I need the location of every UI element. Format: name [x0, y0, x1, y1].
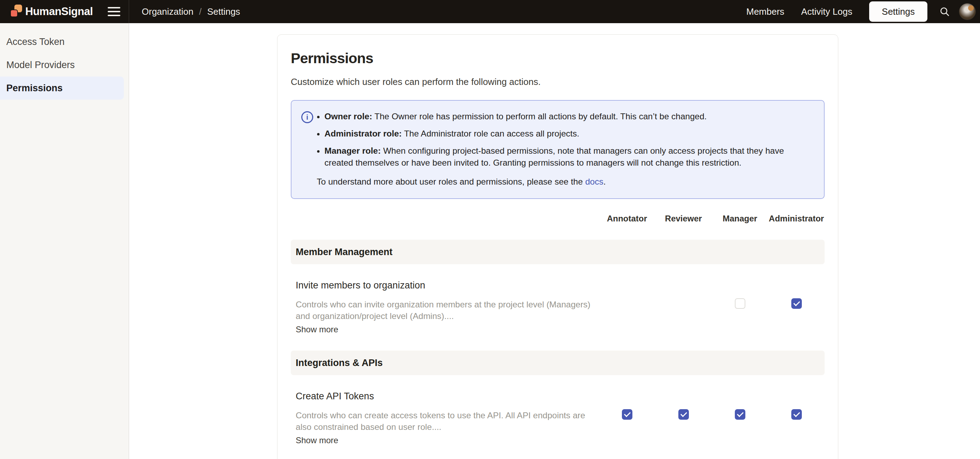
permission-description: Controls who can invite organization mem… — [296, 299, 599, 322]
nav-members[interactable]: Members — [746, 6, 784, 17]
permission-name: Invite members to organization — [296, 280, 599, 291]
breadcrumb-settings[interactable]: Settings — [207, 6, 240, 17]
callout-bullet-owner: Owner role: The Owner role has permissio… — [325, 110, 813, 123]
permission-description: Controls who can create access tokens to… — [296, 410, 599, 433]
breadcrumb: Organization / Settings — [142, 6, 240, 17]
settings-sidebar: Access Token Model Providers Permissions — [0, 23, 129, 459]
breadcrumb-separator: / — [199, 6, 201, 17]
info-icon: i — [301, 111, 313, 123]
role-column-headers: Annotator Reviewer Manager Administrator — [291, 214, 825, 223]
brand-name: HumanSignal — [25, 5, 93, 18]
callout-bullet-manager: Manager role: When configuring project-b… — [325, 145, 813, 169]
column-header-reviewer: Reviewer — [655, 214, 712, 223]
page-content: Access Token Model Providers Permissions… — [0, 23, 980, 459]
user-avatar[interactable] — [959, 3, 976, 20]
brand-area: HumanSignal — [0, 0, 129, 23]
checkbox-apitoken-administrator[interactable] — [791, 409, 802, 420]
sidebar-item-permissions[interactable]: Permissions — [0, 76, 124, 100]
top-nav: Members Activity Logs Settings — [746, 2, 980, 22]
humansignal-logo-icon — [9, 3, 23, 20]
permissions-card: Permissions Customize which user roles c… — [277, 34, 838, 459]
checkbox-invite-manager[interactable] — [735, 298, 745, 309]
show-more-link[interactable]: Show more — [296, 435, 338, 445]
page-subtitle: Customize which user roles can perform t… — [291, 76, 825, 88]
show-more-link[interactable]: Show more — [296, 325, 338, 335]
callout-footer: To understand more about user roles and … — [317, 176, 813, 188]
search-icon[interactable] — [937, 3, 953, 20]
main-area: Permissions Customize which user roles c… — [129, 23, 980, 459]
page-title: Permissions — [291, 50, 825, 67]
permission-name: Create API Tokens — [296, 391, 599, 402]
checkbox-apitoken-reviewer[interactable] — [678, 409, 689, 420]
column-header-administrator: Administrator — [768, 214, 825, 223]
sidebar-item-model-providers[interactable]: Model Providers — [0, 53, 129, 76]
permission-row-invite-members: Invite members to organization Controls … — [291, 264, 825, 335]
checkbox-invite-administrator[interactable] — [791, 298, 802, 309]
permission-row-create-api-tokens: Create API Tokens Controls who can creat… — [291, 375, 825, 445]
nav-activity-logs[interactable]: Activity Logs — [801, 6, 852, 17]
sidebar-item-access-token[interactable]: Access Token — [0, 30, 129, 53]
breadcrumb-organization[interactable]: Organization — [142, 6, 193, 17]
top-bar: HumanSignal Organization / Settings Memb… — [0, 0, 980, 23]
section-integrations-apis: Integrations & APIs — [291, 351, 825, 375]
checkbox-apitoken-manager[interactable] — [735, 409, 745, 420]
nav-settings-active[interactable]: Settings — [869, 2, 928, 22]
hamburger-menu-icon[interactable] — [108, 7, 120, 16]
section-member-management: Member Management — [291, 240, 825, 264]
column-header-manager: Manager — [712, 214, 768, 223]
checkbox-apitoken-annotator[interactable] — [622, 409, 632, 420]
roles-info-callout: i Owner role: The Owner role has permiss… — [291, 100, 825, 199]
column-header-annotator: Annotator — [599, 214, 655, 223]
docs-link[interactable]: docs — [585, 177, 603, 186]
callout-bullet-administrator: Administrator role: The Administrator ro… — [325, 128, 813, 140]
